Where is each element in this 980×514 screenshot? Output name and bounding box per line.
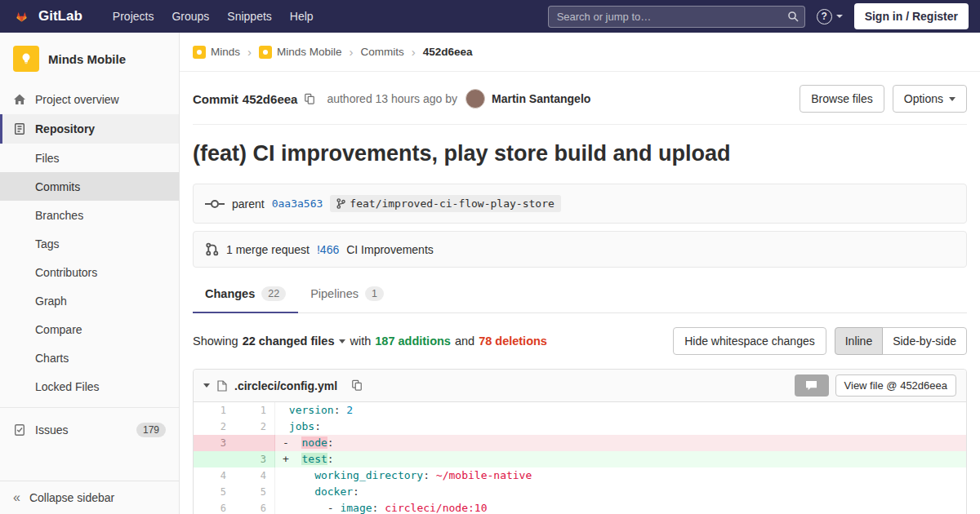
sidebar-item-graph[interactable]: Graph: [0, 286, 179, 315]
copy-sha-button[interactable]: [304, 93, 315, 105]
old-line-number[interactable]: 3: [194, 435, 234, 451]
issues-icon: [13, 423, 26, 436]
nav-item-projects[interactable]: Projects: [104, 2, 163, 31]
new-line-number[interactable]: 5: [234, 484, 275, 500]
hide-whitespace-button[interactable]: Hide whitespace changes: [673, 327, 826, 355]
diff-summary-row: Showing 22 changed files with 187 additi…: [193, 313, 967, 369]
diff-line: 3+ test:: [194, 451, 966, 467]
new-line-number[interactable]: 3: [234, 451, 275, 467]
diff-file-panel: .circleci/config.yml View file @ 452d6ee…: [193, 369, 967, 514]
diff-line: 55 docker:: [194, 484, 966, 500]
sidebar-item-project-overview[interactable]: Project overview: [0, 85, 179, 114]
commit-sha: 452d6eea: [243, 92, 298, 106]
lightbulb-icon: [19, 51, 33, 66]
code-line: - image: circleci/node:10: [275, 500, 966, 514]
nav-item-snippets[interactable]: Snippets: [218, 2, 280, 31]
project-avatar: [13, 46, 39, 72]
branch-ref-chip[interactable]: feat/improved-ci-flow-play-store: [330, 195, 560, 212]
search-input[interactable]: [548, 6, 805, 28]
sidebar-item-branches[interactable]: Branches: [0, 201, 179, 229]
breadcrumb-separator: ›: [247, 45, 252, 59]
changed-files-dropdown[interactable]: 22 changed files: [243, 335, 346, 348]
changes-count-badge: 22: [261, 286, 286, 301]
new-line-number[interactable]: 6: [234, 500, 275, 514]
side-by-side-view-button[interactable]: Side-by-side: [882, 327, 967, 355]
branch-icon: [336, 198, 345, 209]
tab-changes[interactable]: Changes 22: [193, 276, 298, 313]
navbar-right: ? Sign in / Register: [548, 3, 969, 29]
deletions-count: 78 deletions: [479, 335, 547, 348]
commit-actions: Browse files Options: [800, 85, 967, 113]
breadcrumb-group[interactable]: Minds: [193, 46, 240, 59]
breadcrumb-commits[interactable]: Commits: [361, 46, 404, 58]
old-line-number[interactable]: 4: [194, 467, 234, 484]
project-sidebar: Minds Mobile Project overview Repository…: [0, 33, 180, 514]
inline-view-button[interactable]: Inline: [835, 327, 883, 355]
authored-text: authored 13 hours ago by: [327, 92, 457, 105]
project-header-link[interactable]: Minds Mobile: [0, 33, 179, 85]
sidebar-item-files[interactable]: Files: [0, 144, 179, 172]
issues-count-badge: 179: [136, 423, 166, 437]
sidebar-item-contributors[interactable]: Contributors: [0, 258, 179, 286]
diff-line: 11 version: 2: [194, 402, 966, 419]
code-line: + test:: [275, 451, 966, 467]
new-line-number[interactable]: [234, 435, 275, 451]
file-icon: [217, 380, 227, 392]
diff-line: 3- node:: [194, 435, 966, 451]
browse-files-button[interactable]: Browse files: [800, 85, 884, 113]
old-line-number[interactable]: 1: [194, 402, 234, 419]
sidebar-item-tags[interactable]: Tags: [0, 229, 179, 258]
brand-name: GitLab: [38, 8, 82, 24]
sidebar-item-commits[interactable]: Commits: [0, 172, 179, 201]
help-dropdown[interactable]: ?: [817, 9, 843, 24]
gitlab-home-link[interactable]: GitLab: [11, 7, 82, 26]
collapse-sidebar-button[interactable]: « Collapse sidebar: [0, 481, 179, 514]
sign-in-button[interactable]: Sign in / Register: [854, 3, 969, 29]
mr-count-text: 1 merge request: [226, 243, 310, 256]
sidebar-item-compare[interactable]: Compare: [0, 315, 179, 343]
old-line-number[interactable]: 6: [194, 500, 234, 514]
old-line-number[interactable]: 2: [194, 419, 234, 435]
sidebar-item-locked-files[interactable]: Locked Files: [0, 372, 179, 401]
collapse-icon: «: [13, 491, 20, 504]
author-name-link[interactable]: Martin Santangelo: [492, 92, 590, 105]
view-file-button[interactable]: View file @ 452d6eea: [835, 374, 956, 397]
pipelines-count-badge: 1: [365, 286, 384, 301]
copy-file-path-button[interactable]: [351, 379, 363, 392]
search-icon[interactable]: [787, 11, 799, 22]
old-line-number[interactable]: [194, 451, 234, 467]
gitlab-tanuki-icon: [11, 7, 32, 26]
chevron-down-icon: [339, 339, 345, 343]
chevron-down-icon: [836, 15, 843, 18]
options-dropdown-button[interactable]: Options: [893, 85, 967, 113]
new-line-number[interactable]: 1: [234, 402, 275, 419]
additions-count: 187 additions: [375, 335, 451, 348]
tab-pipelines[interactable]: Pipelines 1: [298, 276, 396, 313]
new-line-number[interactable]: 4: [234, 467, 275, 484]
commit-title: (feat) CI improvements, play store build…: [193, 139, 967, 168]
new-line-number[interactable]: 2: [234, 419, 275, 435]
collapse-file-caret[interactable]: [203, 383, 210, 388]
commit-tabs: Changes 22 Pipelines 1: [193, 276, 967, 313]
breadcrumb-separator: ›: [350, 45, 354, 59]
parent-label: parent: [232, 197, 265, 210]
group-avatar-icon: [193, 46, 206, 59]
breadcrumb-project[interactable]: Minds Mobile: [259, 46, 342, 59]
breadcrumb-separator: ›: [412, 45, 416, 59]
top-navbar: GitLab Projects Groups Snippets Help ? S…: [0, 0, 980, 33]
old-line-number[interactable]: 5: [194, 484, 234, 500]
parent-sha-link[interactable]: 0aa3a563: [272, 197, 323, 210]
nav-item-help[interactable]: Help: [281, 2, 323, 31]
mr-ref-link[interactable]: !466: [317, 243, 339, 256]
sidebar-item-charts[interactable]: Charts: [0, 343, 179, 372]
diff-stats-text: Showing 22 changed files with 187 additi…: [193, 335, 547, 348]
toggle-comments-button[interactable]: [795, 374, 829, 397]
author-avatar[interactable]: [466, 89, 485, 109]
diff-file-name: .circleci/config.yml: [234, 379, 337, 392]
mr-title: CI Improvements: [346, 243, 434, 256]
sidebar-item-issues[interactable]: Issues 179: [0, 414, 179, 445]
project-avatar-icon: [259, 46, 272, 59]
nav-item-groups[interactable]: Groups: [163, 2, 218, 31]
sidebar-item-repository[interactable]: Repository: [0, 114, 179, 144]
code-line: working_directory: ~/mobile-native: [275, 467, 966, 484]
